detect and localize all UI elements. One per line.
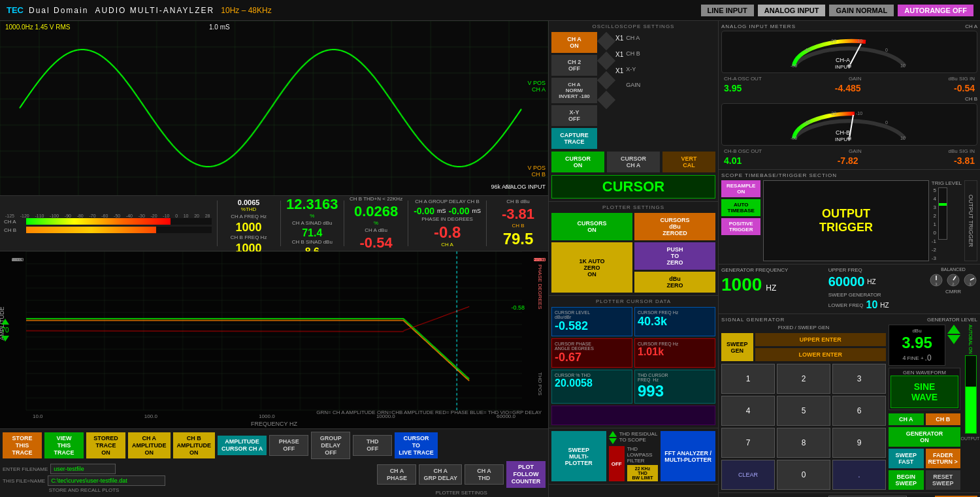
upper-enter-button[interactable]: UPPER ENTER (755, 333, 886, 346)
divider-4 (408, 200, 408, 246)
dbu-fine: 4 FINE + .0 (892, 353, 942, 362)
cha-amplitude-button[interactable]: CH A AMPLITUDE ON (128, 432, 171, 458)
cha-on-button[interactable]: CH A ON (551, 32, 597, 53)
generator-on-button[interactable]: GENERATOR ON (889, 427, 960, 447)
ch-labels-right: CH A CH B X-Y GAIN (626, 32, 640, 88)
x-axis-labels: 10.0 100.0 1000.0 10000.0 60000.0 (33, 413, 515, 419)
clear-button[interactable]: CLEAR (721, 460, 775, 490)
freq-amplitude-up-arrow[interactable] (1, 319, 9, 325)
chb-amplitude-button[interactable]: CH B AMPLITUDE ON (173, 432, 216, 458)
lower-enter-button[interactable]: LOWER ENTER (755, 348, 886, 361)
gen-level-up-arrow[interactable] (947, 325, 960, 334)
cursor-live-button[interactable]: CURSOR TO LIVE TRACE (395, 432, 438, 458)
osc-settings-title: OSCILLOSCOPE SETTINGS (551, 24, 715, 29)
osc-channel-buttons: CH A ON CH 2 OFF CH A NORM/ INVERT -180 … (551, 32, 597, 149)
gen-chb-button[interactable]: CH B (926, 413, 961, 425)
num-5-button[interactable]: 5 (777, 396, 830, 426)
brand-title: TEC (7, 5, 24, 15)
cursor-on-button[interactable]: CURSOR ON (551, 152, 604, 172)
positive-trigger-button[interactable]: POSITIVE TRIGGER (721, 218, 760, 235)
output-fader[interactable] (965, 355, 977, 434)
diamond-cha[interactable] (597, 32, 615, 50)
num-9-button[interactable]: 9 (832, 428, 886, 458)
num-6-button[interactable]: 6 (832, 396, 886, 426)
thd-off-button2[interactable]: OFF (609, 446, 625, 481)
cha-thd-button[interactable]: CH A THD (465, 464, 504, 485)
amplitude-cursor-button[interactable]: AMPLITUDE CURSOR CH A (218, 436, 267, 455)
analog-input-button[interactable]: ANALOG INPUT (758, 5, 826, 16)
cha-norm-button[interactable]: CH A NORM/ INVERT -180 (551, 78, 597, 103)
filepath-input[interactable] (48, 475, 165, 486)
auto-zero-button[interactable]: 1K AUTO ZERO ON (551, 242, 632, 293)
sweep-gen-row: SWEEP GEN UPPER ENTER LOWER ENTER (721, 333, 886, 361)
begin-sweep-button[interactable]: BEGIN SWEEP (889, 470, 924, 490)
num-1-button[interactable]: 1 (721, 364, 775, 394)
diamond-xy[interactable] (597, 71, 615, 89)
thd-cursor-cell: THD CURSOR FREQ Hz 993 (634, 370, 715, 404)
num-7-button[interactable]: 7 (721, 428, 775, 458)
cursors-dbu-button[interactable]: CURSORS dBu ZEROED (634, 213, 715, 240)
xy-off-button[interactable]: X-Y OFF (551, 105, 597, 126)
cursor-level-indicator: -0.58 (511, 304, 525, 311)
stored-trace-button[interactable]: STORED TRACE ON (86, 432, 125, 458)
thd-off-button[interactable]: THD OFF (353, 435, 392, 456)
sweep-gen-button[interactable]: SWEEP GEN (721, 333, 753, 361)
resample-on-button[interactable]: RESAMPLE ON (721, 180, 760, 197)
group-delay-button[interactable]: GROUP DELAY OFF (311, 432, 350, 459)
diamond-chb[interactable] (597, 52, 615, 70)
num-3-button[interactable]: 3 (832, 364, 886, 394)
balanced-knob-3[interactable]: 3 (963, 273, 977, 287)
fader-return-button[interactable]: FADER RETURN > (926, 449, 961, 468)
thd-residual-up[interactable] (609, 431, 617, 437)
gain-normal-button[interactable]: GAIN NORMAL (829, 5, 894, 16)
view-trace-button[interactable]: VIEW THIS TRACE (44, 432, 84, 458)
num-8-button[interactable]: 8 (777, 428, 830, 458)
gen-level-down-arrow[interactable] (947, 335, 960, 344)
autorange-button[interactable]: AUTORANGE OFF (898, 5, 973, 16)
chb-gauge-container: -80 -40 -20 -10 0 10 CH-B INPUT (721, 103, 977, 146)
thd-residual-arrows[interactable] (609, 431, 617, 444)
diamond-gain[interactable] (597, 91, 615, 109)
phase-off-button[interactable]: PHASE OFF (269, 435, 308, 456)
num-0-button[interactable]: 0 (777, 460, 830, 490)
balanced-knob-1[interactable]: 3 (929, 273, 943, 287)
cha-phase-button[interactable]: CH A PHASE (377, 464, 416, 485)
vert-cal-button[interactable]: VERT CAL (662, 152, 715, 172)
num-4-button[interactable]: 4 (721, 396, 775, 426)
balanced-knobs: 3 2 (929, 273, 977, 287)
freq-left-arrows[interactable]: 70 (1, 319, 9, 342)
sweep-multi-button[interactable]: SWEEP MULTI- PLOTTER (551, 431, 606, 481)
chb-level-row: CH B (4, 227, 212, 233)
cursor-cha-button[interactable]: CURSOR CH A (607, 152, 660, 172)
cha-grp-delay-button[interactable]: CH A GRP DELAY (419, 464, 462, 485)
thd-filter-button[interactable]: 22 KHz THD BW LIMIT (627, 465, 659, 481)
num-2-button[interactable]: 2 (777, 364, 830, 394)
right-col-main: ANALOG INPUT METERS CH A (719, 21, 980, 497)
push-to-zero-button[interactable]: PUSH TO ZERO (634, 242, 715, 270)
balanced-knob-2[interactable]: 2 (946, 273, 960, 287)
trig-slider[interactable] (938, 187, 947, 240)
cursors-on-button[interactable]: CURSORS ON (551, 213, 632, 240)
fft-analyzer-button[interactable]: FFT ANALYZER / MULTI-PLOTTER (661, 431, 715, 481)
freq-amplitude-down-arrow[interactable] (1, 336, 9, 342)
enter-buttons: UPPER ENTER LOWER ENTER (755, 333, 886, 361)
waveform-button[interactable]: SINE WAVE (890, 376, 958, 408)
gen-cha-button[interactable]: CH A (889, 413, 924, 425)
auto-timebase-button[interactable]: AUTO TIMEBASE (721, 199, 760, 216)
reset-sweep-button[interactable]: RESET SWEEP (926, 470, 961, 490)
ch2-off-button[interactable]: CH 2 OFF (551, 55, 597, 76)
plot-follow-button[interactable]: PLOT FOLLOW COUNTER (506, 461, 546, 487)
dbu-zero-button[interactable]: dBu ZERO (634, 272, 715, 293)
filename-input[interactable] (50, 464, 116, 474)
sweep-fast-button[interactable]: SWEEP FAST (889, 449, 924, 468)
capture-trace-button[interactable]: CAPTURE TRACE (551, 128, 597, 149)
dot-button[interactable]: . (832, 460, 886, 490)
plotter-cursor-data-title: PLOTTER CURSOR DATA (551, 298, 715, 304)
store-trace-button[interactable]: STORE THIS TRACE (3, 432, 42, 458)
ch-select-section: CH A CH B (889, 413, 960, 425)
thd-n-section: CH A THD+N < 22KHz 12.3163 % CH A SINAD … (286, 189, 338, 258)
gen-level-arrows[interactable] (947, 325, 960, 344)
thd-residual-down[interactable] (609, 438, 617, 444)
cursor-freq2-cell: CURSOR FREQ Hz 1.01k (634, 338, 715, 368)
line-input-button[interactable]: LINE INPUT (701, 5, 754, 16)
